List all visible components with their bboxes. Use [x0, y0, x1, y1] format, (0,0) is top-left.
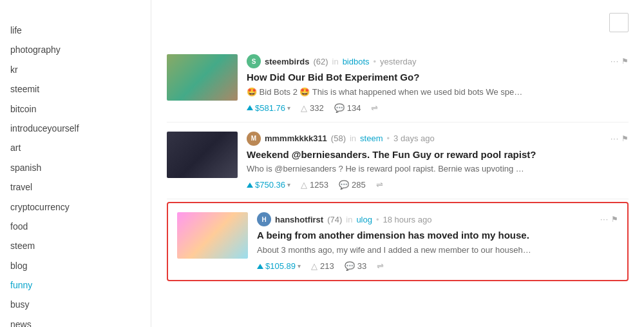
post-actions: ··· ⚑ — [600, 215, 618, 224]
post-excerpt: 🤩 Bid Bots 2 🤩 This is what happened whe… — [247, 86, 629, 98]
more-dots[interactable]: ··· — [600, 215, 609, 224]
sidebar-item-funny[interactable]: funny — [10, 275, 140, 295]
sidebar-item-spanish[interactable]: spanish — [10, 158, 140, 177]
comment-icon: 💬 — [334, 103, 345, 113]
post-excerpt: Who is @berniesanders ? He is reward poo… — [247, 163, 629, 175]
post-time: 3 days ago — [393, 134, 435, 143]
sidebar: lifephotographykrsteemitbitcoinintroduce… — [0, 0, 151, 327]
sidebar-item-blog[interactable]: blog — [10, 256, 140, 275]
meta-dot: • — [387, 134, 390, 143]
reward-dropdown-icon[interactable]: ▾ — [287, 181, 290, 188]
vote-count: 213 — [320, 261, 334, 271]
author-name[interactable]: hanshotfirst — [275, 215, 323, 224]
vote-count: 332 — [310, 103, 324, 113]
sidebar-item-life[interactable]: life — [10, 21, 140, 40]
meta-dot: • — [376, 215, 379, 224]
post-excerpt: About 3 months ago, my wife and I added … — [257, 244, 618, 256]
post-title[interactable]: Weekend @berniesanders. The Fun Guy or r… — [247, 148, 629, 161]
sidebar-item-food[interactable]: food — [10, 217, 140, 236]
comment-count: 285 — [352, 180, 366, 190]
post-card-post1: S steembirds (62) in bidbots • yesterday… — [167, 45, 629, 123]
reward-dropdown-icon[interactable]: ▾ — [298, 263, 301, 270]
meta-dot: • — [374, 57, 377, 66]
sidebar-item-kr[interactable]: kr — [10, 60, 140, 79]
flag-icon[interactable]: ⚑ — [621, 57, 629, 66]
post-title[interactable]: How Did Our Bid Bot Experiment Go? — [247, 71, 629, 84]
flag-icon[interactable]: ⚑ — [621, 134, 629, 143]
upvote-arrow-icon — [247, 105, 253, 110]
comment-icon: 💬 — [345, 261, 355, 271]
post-community[interactable]: steem — [360, 134, 383, 143]
post-thumbnail — [177, 212, 248, 259]
post-body: M mmmmkkkk311 (58) in steem • 3 days ago… — [247, 132, 629, 190]
author-rep: (58) — [331, 134, 346, 143]
meta-separator: in — [332, 57, 339, 66]
post-stats: $581.76 ▾ △ 332 💬 134 ⇌ — [247, 103, 629, 113]
upvote-count-icon: △ — [311, 261, 317, 271]
sidebar-item-busy[interactable]: busy — [10, 295, 140, 314]
sidebar-item-cryptocurrency[interactable]: cryptocurrency — [10, 197, 140, 217]
post-meta: M mmmmkkkk311 (58) in steem • 3 days ago… — [247, 132, 629, 146]
sidebar-item-art[interactable]: art — [10, 138, 140, 157]
post-card-post3: H hanshotfirst (74) in ulog • 18 hours a… — [167, 202, 629, 281]
post-body: S steembirds (62) in bidbots • yesterday… — [247, 54, 629, 113]
post-community[interactable]: ulog — [356, 215, 372, 224]
more-dots[interactable]: ··· — [611, 134, 619, 143]
post-stats: $105.89 ▾ △ 213 💬 33 ⇌ — [257, 261, 618, 271]
repost-icon[interactable]: ⇌ — [377, 261, 384, 271]
author-avatar: S — [247, 54, 261, 68]
sidebar-item-photography[interactable]: photography — [10, 40, 140, 59]
post-actions: ··· ⚑ — [611, 57, 629, 66]
post-community[interactable]: bidbots — [343, 57, 370, 66]
sidebar-item-bitcoin[interactable]: bitcoin — [10, 99, 140, 119]
upvote-arrow-icon — [257, 264, 263, 269]
reward-dropdown-icon[interactable]: ▾ — [287, 104, 290, 112]
sidebar-item-steemit[interactable]: steemit — [10, 79, 140, 99]
comment-count: 33 — [357, 261, 366, 271]
reward-amount: $750.36 — [255, 180, 285, 190]
comments-stat[interactable]: 💬 33 — [345, 261, 366, 271]
post-thumbnail — [167, 132, 238, 178]
votes-stat: △ 332 — [301, 103, 324, 113]
comments-stat[interactable]: 💬 134 — [334, 103, 361, 113]
sidebar-item-news[interactable]: news — [10, 315, 140, 327]
sidebar-item-steem[interactable]: steem — [10, 236, 140, 255]
post-body: H hanshotfirst (74) in ulog • 18 hours a… — [257, 212, 618, 271]
comment-icon: 💬 — [339, 180, 349, 190]
post-actions: ··· ⚑ — [611, 134, 629, 143]
upvote-arrow-icon — [247, 183, 253, 188]
sidebar-items-list: lifephotographykrsteemitbitcoinintroduce… — [10, 21, 140, 327]
app-container: lifephotographykrsteemitbitcoinintroduce… — [0, 0, 644, 327]
repost-icon[interactable]: ⇌ — [376, 180, 383, 190]
author-name[interactable]: mmmmkkkk311 — [265, 134, 327, 143]
upvote-button[interactable]: $581.76 ▾ — [247, 103, 290, 113]
main-header — [167, 13, 629, 32]
meta-separator: in — [350, 134, 356, 143]
upvote-button[interactable]: $105.89 ▾ — [257, 261, 301, 271]
meta-separator: in — [346, 215, 352, 224]
posts-container: S steembirds (62) in bidbots • yesterday… — [167, 45, 629, 281]
post-time: yesterday — [380, 57, 416, 66]
upvote-button[interactable]: $750.36 ▾ — [247, 180, 290, 190]
post-thumbnail — [167, 54, 238, 101]
repost-icon[interactable]: ⇌ — [371, 103, 378, 113]
sidebar-item-introduceyourself[interactable]: introduceyourself — [10, 119, 140, 138]
flag-icon[interactable]: ⚑ — [611, 215, 618, 224]
post-card-post2: M mmmmkkkk311 (58) in steem • 3 days ago… — [167, 123, 629, 200]
author-avatar: H — [257, 212, 271, 226]
sidebar-item-travel[interactable]: travel — [10, 177, 140, 197]
reward-amount: $105.89 — [265, 261, 296, 271]
list-view-button[interactable] — [609, 13, 629, 32]
author-avatar: M — [247, 132, 261, 146]
vote-count: 1253 — [310, 180, 328, 190]
more-dots[interactable]: ··· — [611, 57, 619, 66]
author-rep: (62) — [313, 57, 328, 66]
votes-stat: △ 213 — [311, 261, 334, 271]
author-rep: (74) — [327, 215, 342, 224]
comments-stat[interactable]: 💬 285 — [339, 180, 366, 190]
main-content: S steembirds (62) in bidbots • yesterday… — [151, 0, 644, 327]
upvote-count-icon: △ — [301, 103, 307, 113]
post-meta: H hanshotfirst (74) in ulog • 18 hours a… — [257, 212, 618, 226]
author-name[interactable]: steembirds — [265, 57, 309, 66]
post-title[interactable]: A being from another dimension has moved… — [257, 229, 618, 242]
